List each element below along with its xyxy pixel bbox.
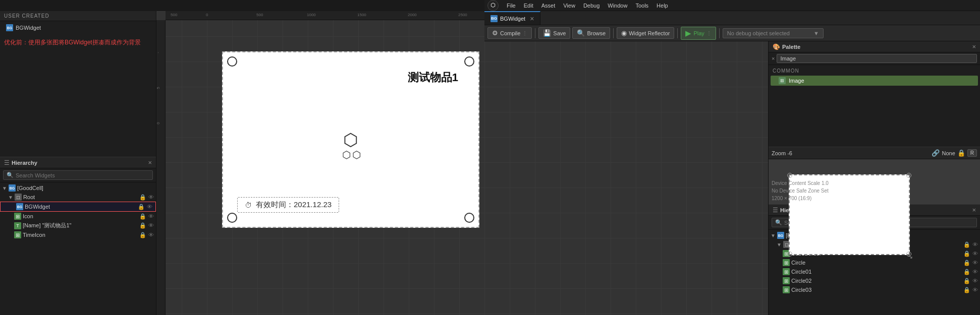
vp-corner-tl (787, 173, 792, 178)
rtree-eye-canvas[interactable]: 👁 (972, 241, 978, 248)
widget-hex-icon: ⬡ (343, 131, 358, 148)
palette-image-item[interactable]: ⊞ Image (771, 76, 978, 86)
tree-eye-icon-name[interactable]: 👁 (148, 222, 154, 229)
browse-button[interactable]: 🔍 Browse (572, 27, 610, 39)
tree-label-root: Root (23, 194, 35, 200)
viewport-device-info: Device Content Scale 1.0 No Device Safe … (772, 179, 829, 202)
rtree-item-circle02[interactable]: ⊞ Circle02 🔒 👁 (769, 276, 980, 285)
tree-eye-icon-bgwidget[interactable]: 👁 (147, 204, 152, 210)
debug-dropdown[interactable]: No debug object selected ▼ (723, 28, 824, 38)
tree-label-timeicon: TimeIcon (23, 232, 45, 238)
tree-item-icon[interactable]: ⊞ Icon 🔒 👁 (0, 212, 156, 221)
save-button[interactable]: 💾 Save (538, 27, 570, 39)
hierarchy-left-close[interactable]: × (148, 159, 152, 166)
tree-item-timeicon[interactable]: ⊞ TimeIcon 🔒 👁 (0, 230, 156, 239)
rtree-lock-circle[interactable]: 🔒 (963, 260, 970, 266)
save-icon: 💾 (543, 29, 551, 37)
menu-tools[interactable]: Tools (631, 2, 652, 10)
tree-eye-icon-root[interactable]: 👁 (148, 194, 154, 201)
viewport-none-icon: 🔗 (932, 149, 940, 157)
palette-search-clear[interactable]: × (772, 55, 775, 61)
viewport-r-label[interactable]: R (967, 149, 977, 157)
bg-widget-item[interactable]: BG BGWidget (4, 23, 152, 32)
rtree-eye-cubeborder[interactable]: 👁 (972, 250, 978, 257)
tree-item-bgwidget[interactable]: BG BGWidget 🔒 👁 (0, 202, 156, 212)
widget-reflector-button[interactable]: ◉ Widget Reflector (617, 27, 674, 39)
ruler-label-2500: 2500 (458, 13, 467, 17)
tree-label-goodcell: [GoodCell] (17, 185, 43, 191)
compile-button[interactable]: ⚙ Compile ⋮ (487, 27, 532, 39)
footer-text: 有效时间：2021.12.23 (256, 200, 332, 210)
rtree-icon-circle01: ⊞ (783, 268, 790, 275)
rtree-item-circle03[interactable]: ⊞ Circle03 🔒 👁 (769, 285, 980, 294)
annotation-text: 优化前：使用多张图将BGWidget拼凑而成作为背景 (0, 34, 156, 51)
tree-lock-icon-bgwidget[interactable]: 🔒 (138, 204, 145, 210)
tree-lock-icon-name[interactable]: 🔒 (139, 222, 146, 229)
menu-edit[interactable]: Edit (520, 2, 537, 10)
menu-debug[interactable]: Debug (579, 2, 604, 10)
corner-bl (227, 213, 237, 223)
ruler-label-500: 500 (171, 13, 177, 17)
menu-file[interactable]: File (503, 2, 520, 10)
rtree-icon-circle: ⊞ (783, 259, 790, 266)
corner-br (464, 213, 474, 223)
widget-footer: ⏱ 有效时间：2021.12.23 (237, 197, 339, 213)
viewport-lock-icon[interactable]: 🔒 (957, 149, 965, 157)
rtree-lock-circle03[interactable]: 🔒 (963, 287, 970, 293)
ruler-label-0: 0 (206, 13, 208, 17)
rtree-eye-circle[interactable]: 👁 (972, 260, 978, 266)
hierarchy-left-icon: ☰ (4, 159, 10, 166)
play-button[interactable]: ▶ Play ⋮ (681, 27, 716, 40)
rtree-item-circle[interactable]: ⊞ Circle 🔒 👁 (769, 258, 980, 267)
menu-asset[interactable]: Asset (537, 2, 560, 10)
search-left-input[interactable] (16, 172, 149, 178)
tree-item-root[interactable]: ▼ □ Root 🔒 👁 (0, 193, 156, 202)
viewport-none-label: None (942, 150, 955, 156)
palette-search-input[interactable] (777, 54, 977, 63)
rtree-eye-circle01[interactable]: 👁 (972, 269, 978, 275)
clock-icon: ⏱ (245, 201, 252, 209)
vp-resize-handle[interactable]: ↘ (908, 253, 914, 259)
user-created-header: USER CREATED (0, 11, 156, 21)
browse-icon: 🔍 (577, 29, 585, 37)
tree-label-name: [Name] "测试物品1" (23, 222, 71, 229)
tree-icon-name: T (14, 222, 21, 229)
tree-label-icon: Icon (23, 213, 33, 219)
menu-window[interactable]: Window (604, 2, 631, 10)
rtree-lock-circle01[interactable]: 🔒 (963, 269, 970, 275)
palette-title: Palette (782, 44, 800, 50)
rtree-item-circle01[interactable]: ⊞ Circle01 🔒 👁 (769, 267, 980, 276)
ruler-label-1000: 1000 (307, 13, 316, 17)
ruler-label-2000: 2000 (408, 13, 417, 17)
menu-help[interactable]: Help (652, 2, 672, 10)
rtree-eye-circle02[interactable]: 👁 (972, 278, 978, 284)
bg-widget-tree-icon: BG (6, 24, 13, 31)
corner-tl (227, 56, 237, 67)
tree-eye-icon-timeicon[interactable]: 👁 (148, 232, 154, 238)
widget-hex-icon3: ⬡ (352, 150, 361, 160)
hierarchy-right-icon: ☰ (773, 207, 778, 214)
bg-widget-tab[interactable]: BG BGWidget × (484, 11, 540, 25)
rtree-lock-canvas[interactable]: 🔒 (963, 241, 970, 248)
hierarchy-left-title: Hierarchy (12, 160, 37, 166)
tree-lock-icon-timeicon[interactable]: 🔒 (139, 232, 146, 238)
tree-lock-icon-icon[interactable]: 🔒 (139, 213, 146, 220)
menu-view[interactable]: View (559, 2, 579, 10)
tab-label: BGWidget (500, 16, 525, 22)
tree-lock-icon-root[interactable]: 🔒 (139, 194, 146, 201)
tree-item-goodcell[interactable]: ▼ BG [GoodCell] (0, 183, 156, 193)
hierarchy-right-close[interactable]: × (972, 206, 976, 214)
search-left-icon: 🔍 (7, 172, 14, 178)
rtree-lock-circle02[interactable]: 🔒 (963, 278, 970, 284)
ruler-v-500: 5 (156, 87, 160, 89)
ue-logo: ⬡ (487, 0, 499, 11)
palette-close[interactable]: × (972, 43, 976, 50)
tree-item-name[interactable]: T [Name] "测试物品1" 🔒 👁 (0, 221, 156, 230)
tab-close-button[interactable]: × (530, 15, 534, 23)
rtree-lock-cubeborder[interactable]: 🔒 (963, 250, 970, 257)
rtree-eye-circle03[interactable]: 👁 (972, 287, 978, 293)
ruler-v-0: - (156, 52, 160, 53)
viewport-zoom-label: Zoom -6 (772, 150, 792, 156)
tree-eye-icon-icon[interactable]: 👁 (148, 213, 154, 220)
ruler-v-1000: 0 (156, 122, 160, 124)
